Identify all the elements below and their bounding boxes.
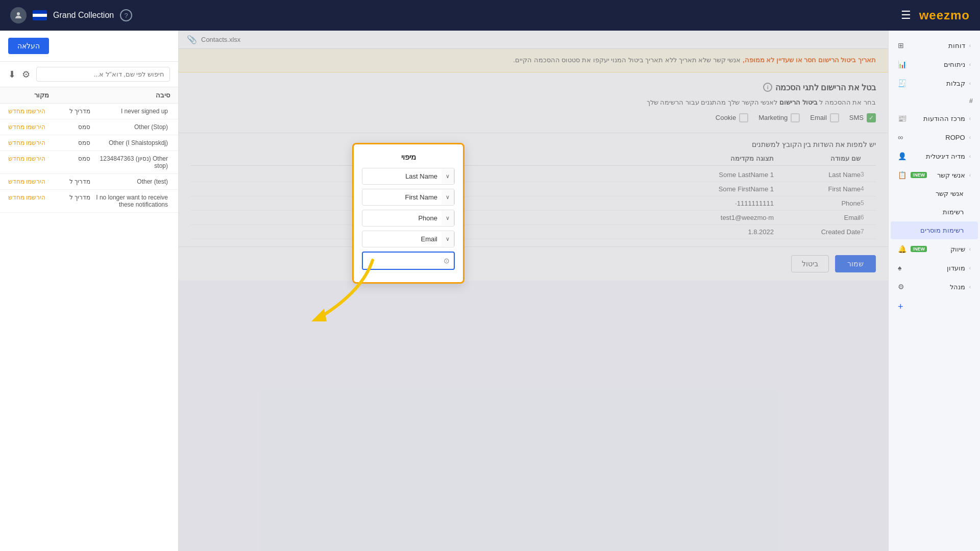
chevron-right-icon9: › <box>969 265 971 271</box>
mapping-field-label: Email <box>362 231 442 247</box>
sidebar-label-notification-center: מרכז ההודעות <box>911 115 965 122</box>
sidebar-hash: # <box>889 93 980 109</box>
sidebar-label-suppression-lists: רשימות מוסרים <box>898 227 964 234</box>
sidebar-item-reports[interactable]: › דוחות ⊞ <box>891 36 978 55</box>
sidebar-item-ropo[interactable]: › ROPO ∞ <box>891 128 978 146</box>
mapping-field-last-name[interactable]: ∨ Last Name <box>362 168 455 185</box>
chevron-right-icon2: › <box>969 62 971 67</box>
navbar: Grand Collection ? ☰ weezmo <box>0 0 980 31</box>
chevron-right-icon4: › <box>969 116 971 121</box>
reports-icon: ⊞ <box>898 41 904 49</box>
reason-text: Other (test) <box>90 178 170 185</box>
right-sidebar: › דוחות ⊞ › ניתוחים 📊 › קבלות 🧾 # › מרכז… <box>888 31 980 551</box>
mapping-field-phone[interactable]: ∨ Phone <box>362 210 455 227</box>
list-rows-container: I never signed up מדריך ל הירשמו מחדש Ot… <box>0 104 178 551</box>
weezmo-logo: weezmo <box>919 8 970 22</box>
analytics-icon: 📊 <box>898 60 906 68</box>
help-button[interactable]: ? <box>120 9 132 21</box>
source-text: מדריך ל <box>50 194 90 201</box>
mapping-card-title: מיפוי <box>362 153 455 162</box>
chevron-down-icon: ∨ <box>442 190 454 205</box>
club-icon: ♠ <box>898 264 901 272</box>
source-text: מדריך ל <box>50 108 90 115</box>
menu-icon[interactable]: ☰ <box>901 9 911 22</box>
left-panel: העלאה ⬇ ⚙ סיבה מקור I never signed up מד… <box>0 31 179 551</box>
chevron-right-icon3: › <box>969 81 971 86</box>
contacts-icon: 📋 <box>898 171 906 179</box>
sidebar-label-reports: דוחות <box>908 42 965 49</box>
mapping-extra-input[interactable] <box>362 253 439 269</box>
re-register-link[interactable]: הירשמו מחדש <box>8 139 45 146</box>
sidebar-label-contacts-sub: אנשי קשר <box>898 190 964 197</box>
list-item: I never signed up מדריך ל הירשמו מחדש <box>0 104 178 119</box>
sidebar-item-suppression-lists[interactable]: רשימות מוסרים <box>891 221 978 239</box>
mapping-field-email[interactable]: ∨ Email <box>362 231 455 247</box>
list-item: Other (Stop) סמס הירשמו מחדש <box>0 119 178 135</box>
source-text: סמס <box>50 123 90 131</box>
sidebar-label-club: מועדון <box>905 264 965 272</box>
sidebar-item-contacts-sub[interactable]: אנשי קשר <box>891 185 978 203</box>
chevron-right-icon8: › <box>969 246 971 252</box>
svg-point-0 <box>17 12 20 15</box>
sidebar-label-digital-media: מדיה דיגיטלית <box>911 153 965 160</box>
sidebar-item-digital-media[interactable]: › מדיה דיגיטלית 👤 <box>891 147 978 165</box>
mapping-extra-field[interactable]: ⊙ <box>362 252 455 270</box>
sidebar-label-campaign: שיווק <box>931 245 965 253</box>
sidebar-item-club[interactable]: › מועדון ♠ <box>891 259 978 277</box>
sidebar-item-lists[interactable]: רשימות <box>891 203 978 221</box>
new-badge-2: NEW! <box>911 246 927 252</box>
receipts-icon: 🧾 <box>898 79 906 87</box>
app-title: Grand Collection <box>53 11 114 20</box>
new-badge: NEW! <box>911 172 927 178</box>
chevron-down-icon: ∨ <box>442 211 454 226</box>
reason-text: I never signed up <box>90 108 170 115</box>
reason-text: Other (נסיון) 1234847363 (stop <box>90 155 170 169</box>
navbar-right: ☰ weezmo <box>901 8 970 22</box>
sidebar-item-manager[interactable]: › מנהל ⚙ <box>891 278 978 296</box>
ropo-icon: ∞ <box>898 133 903 141</box>
sidebar-item-analytics[interactable]: › ניתוחים 📊 <box>891 55 978 73</box>
sidebar-label-analytics: ניתוחים <box>911 61 965 68</box>
mapping-fields-container: ∨ Last Name ∨ First Name ∨ Phone ∨ Email <box>362 168 455 247</box>
reason-text: I no longer want to receive these notifi… <box>90 194 170 208</box>
sidebar-item-notification-center[interactable]: › מרכז ההודעות 📰 <box>891 109 978 128</box>
sidebar-item-receipts[interactable]: › קבלות 🧾 <box>891 74 978 92</box>
main-layout: העלאה ⬇ ⚙ סיבה מקור I never signed up מד… <box>0 31 980 551</box>
download-icon[interactable]: ⬇ <box>8 69 16 80</box>
reason-text: Other (Stop) <box>90 123 170 131</box>
list-item: I no longer want to receive these notifi… <box>0 190 178 213</box>
center-content: Contacts.xlsx 📎 תאריך ביטול הרישום חסר א… <box>179 31 888 551</box>
digital-media-icon: 👤 <box>898 152 906 160</box>
sidebar-item-add[interactable]: + <box>891 296 978 317</box>
filter-icon[interactable]: ⚙ <box>22 69 30 80</box>
col-reason-header: סיבה <box>49 91 170 99</box>
sidebar-item-campaign[interactable]: › שיווק NEW! 🔔 <box>891 240 978 258</box>
mapping-field-label: First Name <box>362 189 442 205</box>
re-register-link[interactable]: הירשמו מחדש <box>8 155 45 162</box>
re-register-link[interactable]: הירשמו מחדש <box>8 123 45 131</box>
sidebar-label-receipts: קבלות <box>911 80 965 87</box>
user-avatar-icon[interactable] <box>10 7 27 23</box>
mapping-field-first-name[interactable]: ∨ First Name <box>362 189 455 206</box>
search-input[interactable] <box>36 67 170 82</box>
mapping-field-label: Last Name <box>362 168 442 184</box>
sidebar-item-contacts-root[interactable]: › אנשי קשר NEW! 📋 <box>891 166 978 184</box>
chevron-right-icon7: › <box>969 172 971 178</box>
navbar-left: Grand Collection ? <box>10 7 132 23</box>
chevron-right-icon: › <box>969 43 971 48</box>
re-register-link[interactable]: הירשמו מחדש <box>8 108 45 115</box>
col-source-header: מקור <box>8 91 49 99</box>
chevron-right-icon10: › <box>969 284 971 290</box>
re-register-link[interactable]: הירשמו מחדש <box>8 194 45 201</box>
campaign-icon: 🔔 <box>898 245 906 253</box>
language-flag[interactable] <box>33 10 47 20</box>
re-register-link[interactable]: הירשמו מחדש <box>8 178 45 185</box>
reason-text: Other (I Shaistopskdj) <box>90 139 170 146</box>
upload-button[interactable]: העלאה <box>8 38 49 54</box>
mapping-card: מיפוי ∨ Last Name ∨ First Name ∨ Phone ∨… <box>352 143 464 284</box>
circle-icon: ⊙ <box>439 253 454 269</box>
sidebar-label-lists: רשימות <box>898 208 964 216</box>
modal-overlay <box>179 31 888 551</box>
source-text: מדריך ל <box>50 178 90 185</box>
source-text: סמס <box>50 155 90 162</box>
